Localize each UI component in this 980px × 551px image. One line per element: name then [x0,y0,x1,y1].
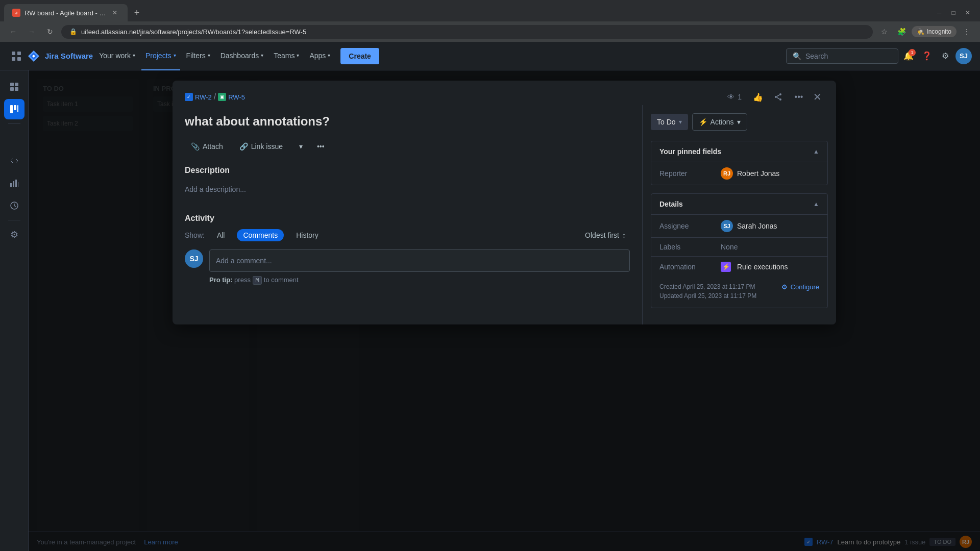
reporter-value: RJ Robert Jonas [721,167,779,180]
help-button[interactable]: ❓ [919,48,935,64]
nav-dashboards[interactable]: Dashboards ▾ [216,42,268,70]
reload-button[interactable]: ↻ [43,24,57,39]
actions-chevron-icon: ▾ [737,118,741,126]
show-label: Show: [185,231,205,239]
svg-text:J: J [15,11,17,15]
reporter-field-row: Reporter RJ Robert Jonas [651,162,827,185]
labels-field-row: Labels None [651,237,827,256]
svg-rect-4 [12,57,15,61]
active-tab[interactable]: J RW board - Agile board - Jira ✕ [4,4,128,21]
forward-button[interactable]: → [24,24,39,39]
sidebar-divider-2 [8,220,20,220]
assignee-label: Assignee [659,222,721,230]
sidebar-item-project[interactable] [4,77,24,97]
svg-rect-11 [14,105,16,110]
activity-heading: Activity [185,214,630,223]
status-button[interactable]: To Do ▾ [651,114,688,130]
sidebar-item-board[interactable] [4,99,24,119]
configure-button[interactable]: ⚙ Configure [781,283,819,291]
bookmark-button[interactable]: ☆ [877,24,891,39]
user-avatar[interactable]: SJ [955,48,972,64]
maximize-button[interactable]: □ [949,9,958,17]
sidebar-item-reports[interactable] [4,173,24,193]
svg-rect-7 [15,83,18,86]
labels-label: Labels [659,243,721,251]
pinned-fields-section: Your pinned fields ▲ Reporter RJ Robert … [651,141,828,185]
current-user-avatar: SJ [185,249,203,268]
pinned-fields-header[interactable]: Your pinned fields ▲ [651,141,827,162]
svg-rect-6 [10,83,14,86]
create-button[interactable]: Create [340,48,379,64]
attach-button[interactable]: 📎 Attach [185,139,229,154]
back-button[interactable]: ← [6,24,20,39]
svg-rect-14 [13,181,14,187]
breadcrumb-parent[interactable]: ✓ RW-2 [185,93,212,101]
filter-history-button[interactable]: History [290,229,325,241]
link-issue-button[interactable]: 🔗 Link issue [233,139,289,154]
breadcrumb-child-icon: ▣ [218,93,226,101]
issue-title: what about annotations? [185,113,630,129]
minimize-button[interactable]: ─ [935,9,943,17]
apps-grid-button[interactable] [8,48,24,64]
svg-rect-16 [18,182,18,187]
filter-all-button[interactable]: All [211,229,231,241]
modal-overlay: ✓ RW-2 / ▣ RW-5 👁 1 [29,70,980,551]
url-text: uifeed.atlassian.net/jira/software/proje… [81,28,306,36]
apps-chevron-icon: ▾ [328,53,330,58]
automation-label: Automation [659,263,721,271]
close-modal-button[interactable]: ✕ [811,89,824,105]
more-button[interactable]: ••• [791,89,807,105]
svg-point-19 [775,96,777,98]
svg-rect-2 [12,52,15,55]
like-button[interactable]: 👍 [750,89,766,105]
sort-label: Oldest first [585,231,619,239]
description-input[interactable]: Add a description... [185,181,630,197]
notification-badge: 1 [909,49,916,56]
search-box[interactable]: 🔍 Search [786,48,898,64]
dropdown-button[interactable]: ▾ [293,139,309,154]
details-header[interactable]: Details ▲ [651,194,827,214]
breadcrumb-child[interactable]: ▣ RW-5 [218,93,245,101]
filter-comments-button[interactable]: Comments [237,229,284,241]
notifications-button[interactable]: 🔔 1 [900,48,917,64]
sort-button[interactable]: Oldest first ↕ [581,229,630,241]
svg-rect-3 [17,52,21,55]
new-tab-button[interactable]: + [130,6,144,20]
nav-apps[interactable]: Apps ▾ [305,42,334,70]
breadcrumb-parent-icon: ✓ [185,93,193,101]
timestamps-section: Created April 25, 2023 at 11:17 PM Updat… [651,277,827,308]
close-window-button[interactable]: ✕ [964,9,972,17]
details-section: Details ▲ Assignee SJ Sarah Jonas [651,193,828,308]
more-options-button[interactable]: ••• [313,139,329,154]
nav-teams[interactable]: Teams ▾ [270,42,303,70]
sidebar-item-settings[interactable]: ⚙ [4,224,24,245]
nav-filters[interactable]: Filters ▾ [182,42,214,70]
pinned-fields-title: Your pinned fields [659,147,813,156]
sidebar-item-backlog[interactable] [4,128,24,148]
watch-button[interactable]: 👁 1 [723,91,746,103]
comment-input[interactable]: Add a comment... [209,249,630,272]
board-area: TO DOTask item 1Task item 2 IN PROGRESST… [29,70,980,551]
svg-rect-13 [10,183,12,187]
sidebar-item-code[interactable] [4,151,24,171]
protip-text: Pro tip: press M to comment [185,276,630,284]
details-collapse-icon: ▲ [813,201,819,208]
sidebar-divider [8,123,20,124]
extensions-button[interactable]: 🧩 [894,24,909,39]
incognito-indicator: 🕵 Incognito [912,26,957,37]
dashboards-chevron-icon: ▾ [261,53,263,58]
pinned-fields-collapse-icon: ▲ [813,148,819,155]
actions-button[interactable]: ⚡ Actions ▾ [692,113,747,131]
address-bar[interactable]: 🔒 uifeed.atlassian.net/jira/software/pro… [61,25,873,39]
jira-logo[interactable]: Jira Software [27,49,93,63]
description-heading: Description [185,166,630,175]
settings-button[interactable]: ⚙ [937,48,953,64]
browser-menu-button[interactable]: ⋮ [960,24,974,39]
nav-projects[interactable]: Projects ▾ [141,42,180,70]
sidebar-item-releases[interactable] [4,195,24,216]
svg-point-20 [779,98,781,101]
share-button[interactable] [770,89,787,105]
nav-your-work[interactable]: Your work ▾ [95,42,139,70]
configure-icon: ⚙ [781,283,788,291]
tab-close-button[interactable]: ✕ [110,8,119,17]
